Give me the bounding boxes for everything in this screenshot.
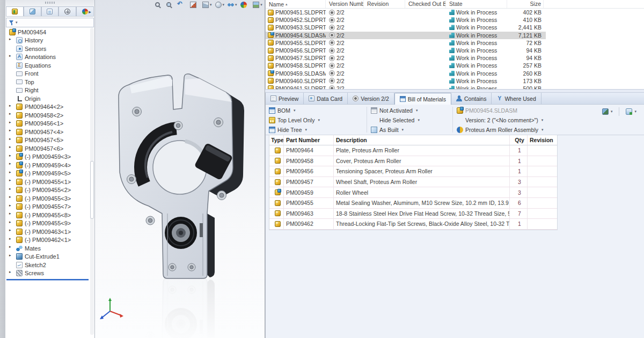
detail-tab[interactable]: Contains (451, 93, 492, 104)
tree-item[interactable]: ▸ Sensors (5, 45, 90, 53)
filter-dropdown-caret[interactable]: ▾ (16, 20, 18, 25)
tree-item[interactable]: ▸ PM009457<5> (5, 136, 90, 145)
featuremanager-tab[interactable] (6, 6, 24, 16)
expand-arrow-icon[interactable]: ▸ (9, 104, 11, 108)
detail-tab[interactable]: Where Used (492, 93, 541, 104)
expand-arrow-icon[interactable]: ▸ (9, 270, 11, 274)
heads-up-toolbar-button[interactable]: ▾ (166, 2, 174, 7)
tree-item[interactable]: ▸ (-) PM009455<9> (5, 219, 90, 228)
tree-item[interactable]: ▸ Annotations (5, 53, 90, 62)
tree-item[interactable]: ▸ (-) PM009463<1> (5, 227, 90, 236)
expand-arrow-icon[interactable]: ▸ (9, 178, 11, 182)
tree-item[interactable]: ▸ Sketch2 (5, 261, 90, 269)
detail-tab[interactable]: Bill of Materials (394, 93, 451, 105)
export-bom-button[interactable]: ▾ (626, 108, 636, 115)
expand-arrow-icon[interactable]: ▸ (9, 220, 11, 224)
file-row[interactable]: PM009461.SLDPRT 2/2 Work in Process 500 … (266, 85, 644, 89)
file-row[interactable]: PM009458.SLDPRT 2/2 Work in Process 257 … (266, 62, 644, 69)
heads-up-toolbar-button[interactable]: ▾ (215, 2, 225, 8)
expand-arrow-icon[interactable]: ▸ (9, 161, 11, 166)
tree-item[interactable]: ▸ Cut-Extrude1 (5, 253, 90, 261)
column-header-name[interactable]: Name▴ (266, 0, 326, 8)
expand-arrow-icon[interactable]: ▸ (9, 195, 11, 199)
tree-item[interactable]: ▸ Top (5, 78, 90, 86)
tree-item[interactable]: ▸ (-) PM009455<8> (5, 211, 90, 219)
tree-root-item[interactable]: PM009454 (5, 28, 90, 36)
detail-tab[interactable]: Data Card (304, 93, 348, 104)
bom-row[interactable]: PM009455 Metal Sealing Washer, Aluminum,… (269, 198, 557, 209)
bom-toolbar-button[interactable]: Top Level Only ▾ (269, 115, 320, 125)
tree-item[interactable]: ▸ (-) PM009459<5> (5, 170, 90, 178)
file-row[interactable]: PM009451.SLDPRT 2/2 Work in Process 402 … (266, 9, 644, 16)
graphics-viewport[interactable]: ▾ ▾ ▾ ▾ ▾ ▾ (95, 0, 265, 338)
tree-item[interactable]: ▸ (-) PM009459<4> (5, 161, 90, 170)
tree-item[interactable]: ▸ (-) PM009455<3> (5, 194, 90, 203)
heads-up-toolbar-button[interactable]: ▾ (253, 2, 262, 8)
expand-arrow-icon[interactable]: ▸ (9, 145, 11, 149)
tree-item[interactable]: ▸ Screws (5, 269, 90, 278)
file-row[interactable]: PM009457.SLDPRT 2/2 Work in Process 94 K… (266, 54, 644, 62)
bom-column-qty[interactable]: Qty (510, 135, 528, 145)
expand-arrow-icon[interactable]: ▸ (9, 187, 11, 191)
column-header-state[interactable]: State (446, 0, 507, 8)
column-header-checked-out-by[interactable]: Checked Out By (405, 0, 446, 8)
expand-arrow-icon[interactable]: ▸ (9, 37, 11, 41)
file-row[interactable]: PM009459.SLDASM 2/2 Work in Process 260 … (266, 70, 644, 77)
tree-scrollbar[interactable] (90, 28, 94, 335)
featuremanager-tab[interactable] (58, 6, 76, 16)
file-row[interactable]: PM009460.SLDPRT 2/2 Work in Process 173 … (266, 77, 644, 85)
file-row[interactable]: PM009452.SLDPRT 2/2 Work in Process 410 … (266, 16, 644, 24)
expand-arrow-icon[interactable]: ▸ (9, 237, 11, 241)
expand-arrow-icon[interactable]: ▸ (9, 128, 11, 133)
tree-item[interactable]: ▸ PM009464<2> (5, 103, 90, 112)
tree-item[interactable]: ▸ PM009456<1> (5, 120, 90, 128)
rollback-bar[interactable] (6, 279, 89, 280)
column-header-version[interactable]: Version Number (326, 0, 364, 8)
tree-item[interactable]: ▸ Equations (5, 61, 90, 70)
bom-column-description[interactable]: Description (334, 135, 510, 145)
tree-scrollbar-thumb[interactable] (90, 161, 94, 219)
heads-up-toolbar-button[interactable]: ▾ (228, 2, 237, 8)
tree-item[interactable]: ▸ PM009457<6> (5, 144, 90, 153)
bom-toolbar-button[interactable]: Hide Tree ▾ (269, 125, 320, 135)
tree-item[interactable]: ▸ PM009457<4> (5, 128, 90, 136)
expand-tabs-chevron[interactable]: ▸ (86, 7, 94, 16)
bom-row[interactable]: PM009458 Cover, Proteus Arm Roller 1 (269, 156, 557, 167)
bom-toolbar-button[interactable]: BOM ▾ (269, 106, 320, 115)
expand-arrow-icon[interactable]: ▸ (9, 153, 11, 158)
tree-item[interactable]: ▸ Origin (5, 94, 90, 103)
expand-arrow-icon[interactable]: ▸ (9, 170, 11, 174)
detail-tab[interactable]: Preview (266, 93, 304, 104)
bom-row[interactable]: PM009463 18-8 Stainless Steel Hex Drive … (269, 209, 557, 219)
file-row[interactable]: PM009453.SLDPRT 2/2 Work in Process 2,44… (266, 24, 644, 31)
detail-tab[interactable]: Version 2/2 (348, 93, 394, 104)
tree-item[interactable]: ▸ History (5, 36, 90, 45)
bom-toolbar-button[interactable]: Proteus Arm Roller Assembly ▾ (457, 125, 543, 135)
tree-item[interactable]: ▸ Front (5, 70, 90, 78)
bom-row[interactable]: PM009457 Wheel Shaft, Proteus Arm Roller… (269, 177, 557, 188)
bom-row[interactable]: PM009462 Thread-Locking Flat-Tip Set Scr… (269, 219, 557, 230)
expand-arrow-icon[interactable]: ▸ (9, 228, 11, 232)
tree-item[interactable]: ▸ (-) PM009455<1> (5, 178, 90, 186)
tree-item[interactable]: ▸ (-) PM009462<1> (5, 236, 90, 245)
expand-arrow-icon[interactable]: ▸ (9, 211, 11, 216)
bom-column-part-number[interactable]: Part Number (284, 135, 334, 145)
heads-up-toolbar-button[interactable]: ▾ (190, 2, 200, 8)
tree-item[interactable]: ▸ Right (5, 86, 90, 95)
expand-arrow-icon[interactable]: ▸ (9, 245, 11, 249)
expand-arrow-icon[interactable]: ▸ (9, 203, 11, 208)
bom-toolbar-button[interactable]: As Built ▾ (371, 125, 420, 135)
bom-row[interactable]: PM009456 Tensioning Spacer, Proteus Arm … (269, 166, 557, 177)
expand-arrow-icon[interactable]: ▸ (9, 54, 11, 58)
tree-item[interactable]: ▸ PM009458<2> (5, 111, 90, 120)
bom-column-type[interactable]: Type (269, 135, 284, 145)
compare-bom-button[interactable]: ▾ (602, 108, 613, 115)
bom-row[interactable]: PM009464 Plate, Proteus Arm Roller 1 (269, 145, 557, 156)
bom-toolbar-button[interactable]: PM009454.SLDASM ▾ (457, 106, 543, 115)
expand-arrow-icon[interactable]: ▸ (9, 253, 11, 258)
heads-up-toolbar-button[interactable]: ▾ (240, 2, 250, 8)
featuremanager-tab[interactable] (41, 6, 59, 16)
expand-arrow-icon[interactable]: ▸ (9, 112, 11, 116)
horizontal-splitter[interactable] (265, 89, 644, 93)
column-header-size[interactable]: Size (507, 0, 544, 8)
